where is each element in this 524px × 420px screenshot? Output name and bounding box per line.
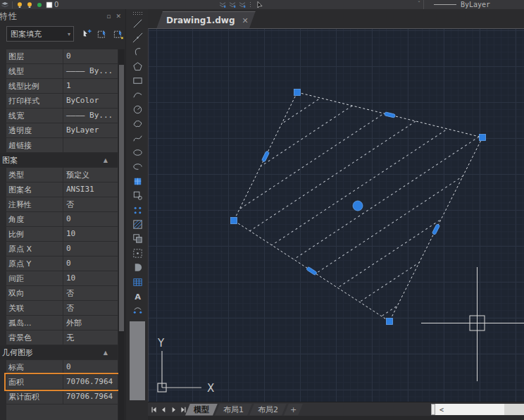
arc-tool-icon[interactable] (130, 89, 144, 101)
layer-plot-icon[interactable] (35, 1, 44, 9)
nav-prev-icon[interactable] (159, 404, 168, 414)
property-row[interactable]: 线型———— By... (6, 64, 118, 78)
property-value[interactable]: 1 (63, 79, 118, 93)
hatch-tool-icon[interactable] (130, 218, 144, 230)
property-row[interactable]: 原点 Y0 (6, 257, 118, 271)
nav-first-icon[interactable] (149, 404, 158, 414)
spline-tool-icon[interactable] (130, 132, 144, 144)
vertex-grip[interactable] (294, 89, 301, 96)
vertex-grip[interactable] (480, 135, 486, 141)
layer-tool-icon[interactable] (228, 1, 237, 9)
property-row[interactable]: 标高0 (6, 360, 118, 374)
linetype-control[interactable]: ByLayer (423, 0, 524, 9)
property-row[interactable]: 角度0 (6, 212, 118, 226)
property-row[interactable]: 线宽———— By... (6, 109, 118, 123)
layout-tab-模型[interactable]: 模型 (185, 404, 218, 416)
region-tool-icon[interactable] (130, 261, 144, 274)
gradient-tool-icon[interactable] (130, 233, 144, 245)
midpoint-grip[interactable] (306, 266, 317, 275)
property-value[interactable]: ———— By... (63, 64, 118, 78)
section-header[interactable]: 几何图形▲ (0, 345, 118, 359)
palette-titlebar[interactable]: 特性 ▫ ✕ (0, 9, 125, 23)
property-value[interactable]: ———— By... (63, 109, 118, 123)
ellipse-arc-tool-icon[interactable] (130, 161, 144, 173)
table-tool-icon[interactable] (130, 276, 144, 288)
construction-line-tool-icon[interactable] (130, 31, 144, 44)
ellipse-tool-icon[interactable] (130, 147, 144, 159)
midpoint-grip[interactable] (432, 224, 439, 235)
mtext-tool-icon[interactable]: A (130, 290, 144, 302)
file-tab-close-icon[interactable]: ✕ (242, 16, 248, 25)
property-value[interactable]: 外部 (63, 316, 118, 330)
property-row[interactable]: 线型比例1 (6, 79, 118, 93)
toolbar-grip[interactable] (249, 1, 252, 8)
circle-tool-icon[interactable] (130, 103, 144, 116)
palette-close-icon[interactable]: ✕ (116, 13, 121, 20)
property-value[interactable]: 10 (63, 271, 118, 285)
property-row[interactable]: 打印样式ByColor (6, 94, 118, 108)
insert-block-tool-icon[interactable] (130, 175, 144, 187)
property-value[interactable]: ANSI31 (63, 183, 118, 197)
property-row[interactable]: 类型预定义 (6, 168, 118, 182)
property-value[interactable]: 10 (63, 227, 118, 241)
property-row[interactable]: 孤岛...外部 (6, 316, 118, 330)
vertex-grip[interactable] (231, 218, 237, 224)
hatch-center-grip[interactable] (353, 201, 363, 211)
polygon-tool-icon[interactable] (130, 60, 144, 73)
section-header[interactable]: 图案▲ (0, 153, 118, 167)
property-value[interactable]: 预定义 (63, 168, 118, 182)
polyline-tool-icon[interactable] (130, 46, 144, 58)
property-row[interactable]: 透明度ByLayer (6, 123, 118, 137)
boundary-tool-icon[interactable] (130, 247, 144, 259)
property-value[interactable]: 70706.7964 (63, 390, 118, 404)
point-tool-icon[interactable] (130, 204, 144, 216)
collapse-icon[interactable]: ▲ (104, 350, 108, 356)
property-row[interactable]: 图层0 (6, 49, 118, 63)
object-type-dropdown[interactable]: 图案填充 ▾ (6, 26, 74, 42)
layer-tool-icon[interactable] (238, 1, 247, 9)
property-row[interactable]: 关联否 (6, 301, 118, 315)
select-objects-button[interactable] (96, 27, 109, 41)
vertex-grip[interactable] (387, 319, 393, 325)
property-row[interactable]: 图案名ANSI31 (6, 183, 118, 197)
collapse-icon[interactable]: ▲ (104, 157, 108, 163)
property-value[interactable]: 0 (63, 212, 118, 226)
property-row[interactable]: 背景色无 (6, 331, 118, 345)
quick-select-button[interactable] (112, 27, 125, 41)
rectangle-tool-icon[interactable] (130, 75, 144, 87)
multiple-points-tool-icon[interactable] (130, 304, 144, 317)
property-row[interactable]: 面积70706.7964 (6, 375, 118, 389)
property-row[interactable]: 比例10 (6, 227, 118, 241)
midpoint-grip[interactable] (261, 151, 269, 162)
layer-tool-icon[interactable] (218, 1, 227, 9)
property-value[interactable] (63, 138, 118, 152)
layer-freeze-bulb-icon[interactable] (25, 1, 34, 9)
property-row[interactable]: 间距10 (6, 271, 118, 285)
property-value[interactable]: 0 (63, 242, 118, 256)
scrollbar-thumb[interactable] (119, 65, 124, 331)
layer-color-swatch[interactable] (45, 1, 54, 9)
pickadd-toggle-button[interactable] (80, 27, 93, 41)
property-row[interactable]: 超链接 (6, 138, 118, 152)
chevron-down-icon[interactable]: ˇ (418, 1, 420, 8)
revision-cloud-tool-icon[interactable] (130, 118, 144, 130)
nav-next-icon[interactable] (169, 404, 178, 414)
property-value[interactable]: 否 (63, 301, 118, 315)
property-value[interactable]: 0 (63, 257, 118, 271)
file-tab-drawing1[interactable]: Drawing1.dwg ✕ (156, 11, 256, 29)
property-value[interactable]: 否 (63, 197, 118, 211)
layers-icon[interactable] (1, 1, 9, 9)
layout-tab-布局1[interactable]: 布局1 (215, 404, 252, 416)
property-row[interactable]: 原点 X0 (6, 242, 118, 256)
make-block-tool-icon[interactable] (130, 190, 144, 202)
property-row[interactable]: 累计面积70706.7964 (6, 390, 118, 404)
property-value[interactable]: 否 (63, 286, 118, 300)
layer-on-bulb-icon[interactable] (15, 1, 24, 9)
property-value[interactable]: 0 (63, 49, 118, 63)
model-canvas[interactable]: YX (148, 28, 524, 402)
layout-tab-+[interactable]: + (284, 404, 303, 416)
property-value[interactable]: 70706.7964 (63, 375, 118, 389)
property-value[interactable]: ByColor (63, 94, 118, 108)
horizontal-scrollbar[interactable]: < (435, 404, 524, 415)
property-value[interactable]: 无 (63, 331, 118, 345)
